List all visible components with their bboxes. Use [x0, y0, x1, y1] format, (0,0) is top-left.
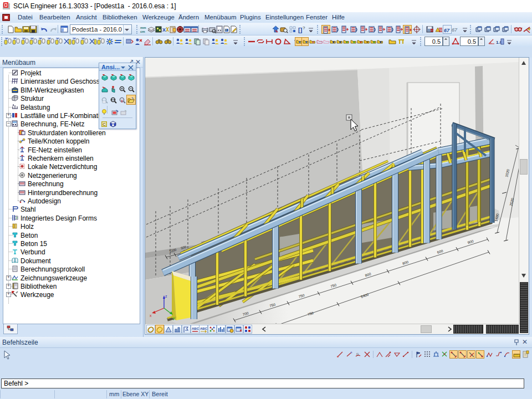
svg-text:67: 67 — [452, 27, 458, 33]
svg-text:?: ? — [303, 25, 305, 30]
svg-text:[]: [] — [298, 27, 303, 33]
svg-text:ABC: ABC — [200, 327, 207, 330]
svg-text:X: X — [162, 27, 166, 33]
svg-text:mm: mm — [140, 26, 146, 29]
svg-text:cm: cm — [140, 30, 145, 33]
svg-text:ABC: ABC — [192, 327, 199, 330]
svg-text:67: 67 — [444, 28, 450, 33]
svg-text:G: G — [356, 352, 359, 356]
svg-text:y: y — [173, 316, 175, 320]
svg-text:z: z — [165, 294, 167, 298]
svg-text:x: x — [150, 314, 152, 318]
svg-text:C: C — [103, 122, 106, 127]
